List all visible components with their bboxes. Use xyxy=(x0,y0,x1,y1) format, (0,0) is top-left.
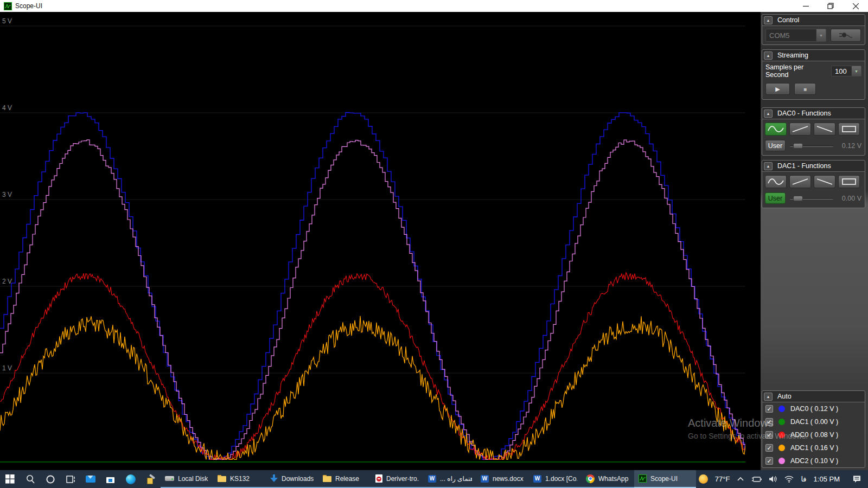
trace-adc2 xyxy=(0,140,760,460)
scope-app-icon xyxy=(4,2,12,10)
dac1-voltage-value: 0.00 V xyxy=(838,195,861,202)
dac0-panel-title: DAC0 - Functions xyxy=(777,110,831,117)
dac1-square-wave-button[interactable] xyxy=(838,175,860,188)
trace-adc0 xyxy=(0,273,761,460)
taskbar-button-label: news.docx ... xyxy=(493,475,525,483)
dac1-ramp-up-button[interactable] xyxy=(789,175,811,188)
dac0-square-wave-button[interactable] xyxy=(838,123,860,136)
tray-expand-chevron-icon[interactable] xyxy=(737,477,744,481)
start-button[interactable] xyxy=(0,470,20,488)
mail-icon xyxy=(86,476,95,483)
dac0-functions-panel: ▲ DAC0 - Functions User 0.12 V xyxy=(762,107,865,156)
taskbar-button-local-disk[interactable]: Local Disk ... xyxy=(161,470,213,488)
collapse-arrow-icon[interactable]: ▲ xyxy=(764,162,773,170)
auto-panel-header: ▲ Auto xyxy=(762,391,865,402)
ramp-up-icon xyxy=(791,177,809,187)
task-view-button[interactable] xyxy=(60,470,80,488)
cortana-button[interactable] xyxy=(40,470,60,488)
close-button[interactable] xyxy=(843,0,868,12)
dac1-user-button[interactable]: User xyxy=(765,192,786,204)
chrome-icon xyxy=(586,474,595,483)
collapse-arrow-icon[interactable]: ▲ xyxy=(764,52,773,60)
adc0-checkbox[interactable]: ✓ xyxy=(765,431,773,439)
collapse-arrow-icon[interactable]: ▲ xyxy=(764,16,773,24)
search-button[interactable] xyxy=(20,470,40,488)
trace-adc1 xyxy=(0,316,761,460)
dac0-color-dot xyxy=(778,406,785,412)
dac1-panel-title: DAC1 - Functions xyxy=(777,162,831,170)
y-axis-label-5v: 5 V xyxy=(2,17,12,25)
weather-sun-icon[interactable] xyxy=(699,474,708,484)
scope-app-icon xyxy=(639,474,647,483)
waveform-canvas xyxy=(0,12,761,470)
collapse-arrow-icon[interactable]: ▲ xyxy=(764,110,773,118)
taskbar-button-downloads[interactable]: Downloads xyxy=(266,470,318,488)
scope-plot-area: 5 V 4 V 3 V 2 V 1 V xyxy=(0,12,761,470)
dac1-functions-panel: ▲ DAC1 - Functions User 0.00 V xyxy=(762,160,865,208)
stop-button[interactable]: ■ xyxy=(794,83,816,95)
dac1-sine-wave-button[interactable] xyxy=(765,175,787,188)
streaming-panel: ▲ Streaming Samples per Second 100 ▼ ▶ ■ xyxy=(762,49,865,100)
language-indicator[interactable]: فا xyxy=(801,475,806,483)
taskbar-button-news-doc[interactable]: W news.docx ... xyxy=(476,470,529,488)
dac1-ramp-down-button[interactable] xyxy=(814,175,835,188)
dac0-ramp-up-button[interactable] xyxy=(789,123,811,136)
word-icon: W xyxy=(481,475,489,483)
connect-button[interactable] xyxy=(831,29,861,42)
y-axis-label-3v: 3 V xyxy=(2,191,12,198)
dac1-checkbox[interactable]: ✓ xyxy=(765,418,773,426)
taskbar-button-release[interactable]: Release xyxy=(318,470,371,488)
channel-row-adc0: ✓ ADC0 ( 0.08 V ) xyxy=(762,428,865,441)
adc2-checkbox[interactable]: ✓ xyxy=(765,457,773,465)
play-icon: ▶ xyxy=(775,86,780,93)
action-center-icon[interactable] xyxy=(852,475,861,483)
dac0-sine-wave-button[interactable] xyxy=(765,123,787,136)
adc0-color-dot xyxy=(778,432,785,438)
adc2-color-dot xyxy=(778,458,785,464)
mail-button[interactable] xyxy=(80,470,100,488)
windows-taskbar: Local Disk ... KS132 Downloads Release D… xyxy=(0,470,868,488)
taskbar-button-ks132[interactable]: KS132 xyxy=(213,470,266,488)
cortana-icon xyxy=(46,474,55,484)
battery-icon[interactable] xyxy=(751,476,762,483)
edge-icon xyxy=(126,474,136,484)
speaker-icon[interactable] xyxy=(769,476,777,483)
dac1-voltage-slider[interactable] xyxy=(790,195,833,202)
com-port-select[interactable]: COM5 ▼ xyxy=(765,29,826,42)
store-icon xyxy=(106,476,114,483)
clock[interactable]: 1:05 PM xyxy=(814,475,840,483)
ramp-up-icon xyxy=(791,124,809,134)
control-panel-title: Control xyxy=(777,16,799,24)
utility-tool-button[interactable] xyxy=(141,470,161,488)
dac0-user-button[interactable]: User xyxy=(765,140,786,151)
taskbar-button-scope-ui[interactable]: Scope-UI xyxy=(634,470,696,488)
taskbar-button-whatsapp[interactable]: WhatsApp ... xyxy=(582,470,634,488)
dac0-voltage-slider[interactable] xyxy=(790,143,833,149)
collapse-arrow-icon[interactable]: ▲ xyxy=(764,393,773,401)
samples-per-second-value: 100 xyxy=(832,67,851,75)
taskbar-button-rahnama-doc[interactable]: W ... راهنمای راه xyxy=(424,470,476,488)
slider-handle[interactable] xyxy=(793,143,803,149)
adc1-checkbox[interactable]: ✓ xyxy=(765,444,773,452)
window-title: Scope-UI xyxy=(15,2,42,10)
right-sidebar: ▲ Control COM5 ▼ ▲ Streaming xyxy=(745,12,868,470)
chevron-down-icon[interactable]: ▼ xyxy=(816,29,826,41)
dac0-checkbox[interactable]: ✓ xyxy=(765,405,773,413)
chevron-down-icon[interactable]: ▼ xyxy=(851,66,861,76)
wifi-icon[interactable] xyxy=(784,476,794,483)
slider-handle[interactable] xyxy=(793,196,803,201)
store-button[interactable] xyxy=(100,470,120,488)
samples-per-second-select[interactable]: 100 ▼ xyxy=(831,66,861,76)
temperature-readout[interactable]: 77°F xyxy=(715,475,730,483)
taskbar-button-1-doc[interactable]: W 1.docx [Co... xyxy=(529,470,582,488)
dac0-ramp-down-button[interactable] xyxy=(814,123,835,136)
taskbar-button-deriver-pdf[interactable]: Deriver-tro... xyxy=(371,470,424,488)
system-tray: 77°F فا 1:05 PM xyxy=(699,470,868,488)
play-button[interactable]: ▶ xyxy=(765,83,790,95)
edge-button[interactable] xyxy=(120,470,141,488)
restore-button[interactable] xyxy=(818,0,843,12)
ramp-down-icon xyxy=(815,124,834,134)
minimize-button[interactable] xyxy=(793,0,818,12)
control-panel: ▲ Control COM5 ▼ xyxy=(762,14,865,45)
adc1-channel-label: ADC1 ( 0.16 V ) xyxy=(790,444,838,452)
